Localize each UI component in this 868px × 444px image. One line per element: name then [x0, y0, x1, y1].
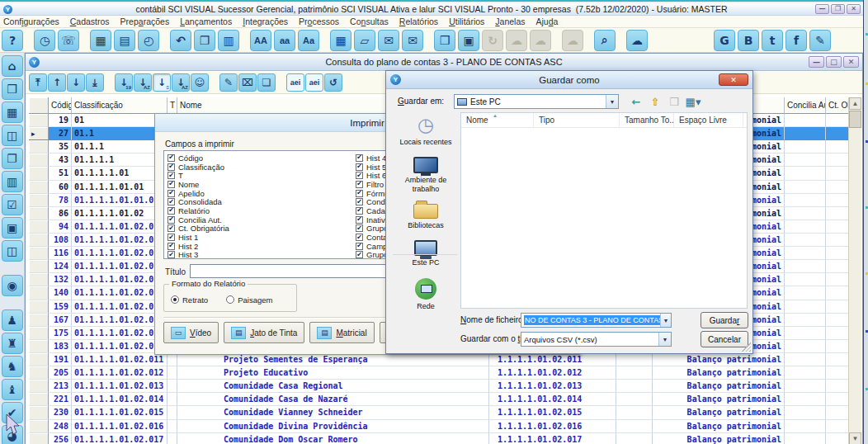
blogger-icon[interactable]: B — [738, 30, 759, 51]
table-row[interactable]: 21301.1.1.1.01.02.013Comunidade Casa Reg… — [29, 380, 849, 393]
calendar-icon[interactable]: ▤ — [114, 30, 135, 51]
matricial-button[interactable]: ▤Matricial — [309, 322, 374, 343]
place-bibliotecas[interactable]: Bibliotecas — [391, 204, 460, 229]
piggy-edit-icon[interactable]: ♝ — [2, 379, 23, 400]
checkbox-checked-icon[interactable] — [167, 190, 175, 197]
sort-alpha-icon[interactable]: ↓AZ — [134, 73, 152, 92]
company-table-icon[interactable]: ▥ — [2, 171, 23, 192]
smiley-icon[interactable]: ☺ — [191, 73, 209, 92]
column-header-ctob[interactable]: Ct. Ob — [826, 97, 849, 114]
checkbox-checked-icon[interactable] — [356, 154, 363, 162]
monitor-money-icon[interactable]: ▣ — [458, 30, 479, 51]
filelist-column-tamanhoto[interactable]: Tamanho To... — [620, 113, 674, 127]
table-row[interactable]: 24801.1.1.1.01.02.016Comunidade Divina P… — [29, 420, 849, 433]
help-icon[interactable]: ? — [2, 30, 23, 51]
column-header-sel[interactable] — [29, 97, 49, 114]
menu-janelas[interactable]: Janelas — [495, 17, 525, 26]
font-small-icon[interactable]: aa — [274, 30, 295, 51]
piggy-bank-icon[interactable]: ♟ — [2, 309, 23, 331]
column-header-concilia[interactable]: Concilia Aut. — [785, 97, 826, 114]
checkbox-checked-icon[interactable] — [356, 207, 363, 215]
checkbox-checked-icon[interactable] — [356, 181, 363, 188]
place-rede[interactable]: Rede — [391, 278, 460, 310]
filetype-select[interactable]: Arquivos CSV (*.csv) ▼ — [521, 332, 672, 347]
piggy-table-icon[interactable]: ♜ — [2, 333, 23, 354]
chevron-down-icon[interactable]: ▼ — [606, 95, 618, 108]
landscape-radio[interactable] — [226, 295, 234, 304]
scroll-down-icon[interactable]: ▼ — [849, 432, 861, 444]
checkbox-checked-icon[interactable] — [167, 207, 175, 215]
mail-icon[interactable]: ✉ — [378, 30, 399, 51]
save-close-button[interactable]: ✕ — [719, 73, 748, 86]
scroll-thumb[interactable] — [849, 111, 861, 128]
vertical-scrollbar[interactable]: ▲ ▼ — [848, 97, 861, 444]
up-one-level-icon[interactable]: ⇧ — [647, 94, 663, 109]
save-button[interactable]: Guardar — [701, 312, 748, 328]
font-large-icon[interactable]: AA — [250, 30, 271, 51]
cloud-search-icon[interactable]: ☁ — [626, 30, 648, 51]
move-down-icon[interactable]: ↓ — [67, 73, 85, 92]
checkbox-checked-icon[interactable] — [167, 163, 175, 171]
place-ambiente-de-trabalho[interactable]: Ambiente de trabalho — [391, 157, 460, 193]
checkbox-checked-icon[interactable] — [167, 181, 175, 188]
restore-icon[interactable]: ↺ — [324, 73, 342, 92]
checkbox-checked-icon[interactable] — [167, 198, 175, 205]
checkbox-checked-icon[interactable] — [167, 154, 175, 162]
checkbox-checked-icon[interactable] — [356, 163, 363, 171]
menu-utilitarios[interactable]: Utilitários — [449, 17, 484, 26]
company-copy-icon[interactable]: ❐ — [2, 148, 23, 169]
sort-list-icon[interactable]: ↓≡ — [153, 73, 171, 92]
child-minimize-button[interactable]: — — [809, 56, 824, 68]
checkbox-checked-icon[interactable] — [167, 251, 175, 258]
twitter-icon[interactable]: t — [762, 30, 783, 51]
move-last-icon[interactable]: ⤓ — [86, 73, 104, 92]
calculator-icon[interactable]: ▦ — [90, 30, 111, 51]
column-header-t[interactable]: T — [167, 97, 177, 114]
close-button[interactable]: ✕ — [847, 4, 861, 14]
company-grid-icon[interactable]: ◫ — [2, 240, 23, 262]
coins-icon[interactable]: ◉ — [2, 275, 23, 296]
filelist-column-nome[interactable]: Nome▲ — [461, 113, 534, 127]
table-row[interactable]: 20501.1.1.1.01.02.012Projeto Educativo1.… — [29, 366, 849, 380]
checkbox-checked-icon[interactable] — [356, 216, 363, 224]
accent-aei-alt-icon[interactable]: aei — [305, 73, 323, 92]
sort-box-icon[interactable]: ↓AZ — [172, 73, 190, 92]
font-mixed-icon[interactable]: Aa — [298, 30, 319, 51]
checkbox-checked-icon[interactable] — [356, 190, 363, 197]
column-header-codigo[interactable]: Código — [49, 97, 72, 114]
accent-aei-icon[interactable]: aei — [286, 73, 304, 92]
checkbox-checked-icon[interactable] — [356, 234, 363, 241]
company-finance-icon[interactable]: ◫ — [2, 125, 23, 146]
move-up-icon[interactable]: ↑ — [48, 73, 66, 92]
checkbox-checked-icon[interactable] — [356, 224, 363, 232]
checkbox-checked-icon[interactable] — [356, 243, 363, 250]
menu-processos[interactable]: Processos — [299, 17, 339, 26]
copy-icon[interactable]: ❐ — [194, 30, 215, 51]
blog-icon[interactable]: ✎ — [809, 30, 831, 51]
minimize-button[interactable]: — — [815, 4, 829, 14]
home-finance-icon[interactable]: ⌂ — [2, 55, 23, 77]
undo-icon[interactable]: ↶ — [170, 30, 191, 51]
table-row[interactable]: 19101.1.1.1.01.02.011Projeto Sementes de… — [29, 353, 849, 366]
chevron-down-icon[interactable]: ▼ — [660, 314, 671, 327]
jato-de-tinta-button[interactable]: ▤Jato de Tinta — [224, 322, 304, 343]
vi-deo-button[interactable]: ▭Vídeo — [163, 322, 219, 343]
spreadsheet-icon[interactable]: ▦ — [330, 30, 351, 51]
filelist-column-tipo[interactable]: Tipo — [534, 113, 620, 127]
filename-input[interactable]: NO DE CONTAS 3 - PLANO DE CONTAS ASC ▼ — [521, 313, 672, 328]
menu-lancamentos[interactable]: Lançamentos — [180, 17, 232, 26]
move-first-icon[interactable]: ⤒ — [29, 73, 47, 92]
child-maximize-button[interactable]: □ — [826, 56, 842, 68]
presentation-icon[interactable]: ▱ — [354, 30, 375, 51]
menu-cadastros[interactable]: Cadastros — [70, 17, 110, 26]
menu-relatorios[interactable]: Relatórios — [399, 17, 438, 26]
menu-consultas[interactable]: Consultas — [350, 17, 389, 26]
checkbox-checked-icon[interactable] — [167, 234, 175, 241]
folder-transfer-icon[interactable]: ❒ — [434, 30, 455, 51]
menu-integracoes[interactable]: Integrações — [243, 17, 288, 26]
document-history-icon[interactable]: ◷ — [34, 30, 55, 51]
checkbox-checked-icon[interactable] — [356, 172, 363, 179]
sort-numeric-icon[interactable]: ↓19 — [115, 73, 133, 92]
piggy-id-icon[interactable]: ♞ — [2, 356, 23, 377]
column-header-classificacao[interactable]: Classificação — [72, 97, 167, 114]
